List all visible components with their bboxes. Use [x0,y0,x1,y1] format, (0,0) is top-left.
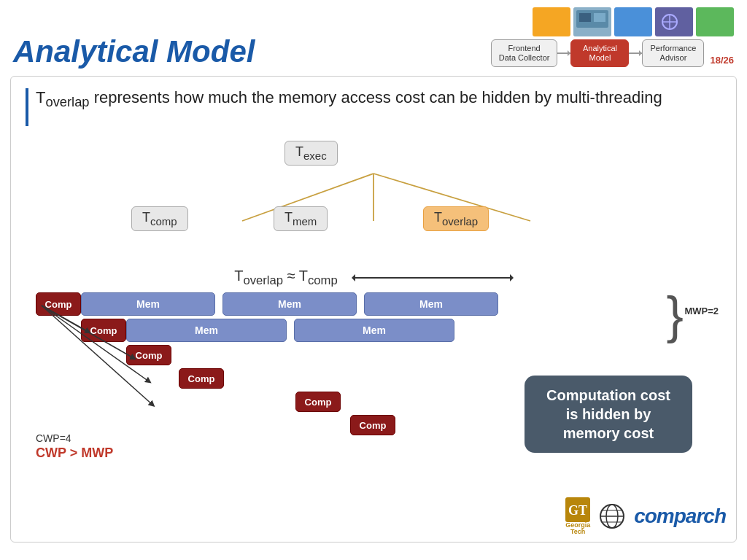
pipeline-arrow-1 [557,52,570,54]
node-tmem: Tmem [274,206,328,231]
formula-arrow [352,277,513,279]
svg-line-12 [42,306,133,358]
mem-block-r1-2: Mem [222,292,357,316]
mem-block-r1-3: Mem [364,292,498,316]
color-box-3 [614,7,652,36]
pipeline-step-frontend: FrontendData Collector [491,39,558,67]
comp-block-r6: Comp [350,415,395,435]
intro-text: Toverlap represents how much the memory … [26,87,721,126]
tree-diagram: Texec Tcomp Tmem Toverlap [26,133,721,265]
color-box-1 [533,7,570,36]
formula-label: Toverlap ≈ Tcomp [234,268,338,288]
svg-rect-3 [594,13,605,22]
color-box-4 [655,7,693,36]
cwp-gt-mwp: CWP > MWP [36,446,113,461]
slide-title: Analytical Model [13,36,255,67]
intro-text-main: represents how much the memory access co… [94,88,662,106]
gt-icon: GT [565,497,590,522]
blue-bar [26,88,28,126]
header: Analytical Model FrontendData Collector … [0,0,747,71]
tree-svg [26,133,721,265]
comparch-globe [599,503,625,529]
comp-block-r5: Comp [295,392,341,412]
node-toverlap: Toverlap [423,206,489,231]
comparch-logo-text: comparch [634,505,726,528]
color-box-5 [696,7,734,36]
pipeline-color-boxes [533,7,734,36]
slide-body: Toverlap represents how much the memory … [10,76,737,542]
pipeline-arrow-2 [629,52,642,54]
georgia-tech-logo: GT GeorgiaTech [565,497,590,537]
pipeline-steps: FrontendData Collector AnalyticalModel P… [491,39,734,67]
svg-text:GT: GT [568,503,587,518]
slide-footer: GT GeorgiaTech comparch [565,497,726,537]
computation-cost-box: Computation cost is hidden by memory cos… [525,376,692,453]
color-box-2 [573,7,611,36]
cwp-arrows-svg [36,294,167,436]
gantt-chart: Comp Mem Mem Mem Comp Mem Mem Comp Comp … [26,292,721,460]
svg-line-13 [42,306,149,381]
comp-block-r4: Comp [179,368,224,389]
cwp-label: CWP=4 [36,432,71,444]
arrow-line [352,277,513,279]
pipeline-step-performance: PerformanceAdvisor [642,39,704,67]
svg-line-14 [42,306,152,405]
intro-paragraph: Toverlap represents how much the memory … [36,87,662,112]
pipeline-step-analytical: AnalyticalModel [570,39,629,67]
svg-rect-2 [579,13,591,22]
node-texec: Texec [285,141,338,166]
formula-row: Toverlap ≈ Tcomp [26,268,721,288]
mem-block-r2-2: Mem [294,319,454,342]
slide-number: 18/26 [710,55,734,66]
georgia-tech-text: GeorgiaTech [565,522,590,537]
t-overlap-label: Toverlap [36,88,90,106]
mwp-brace: } [667,289,684,341]
mwp-label: MWP=2 [684,306,719,316]
node-tcomp: Tcomp [131,206,188,231]
